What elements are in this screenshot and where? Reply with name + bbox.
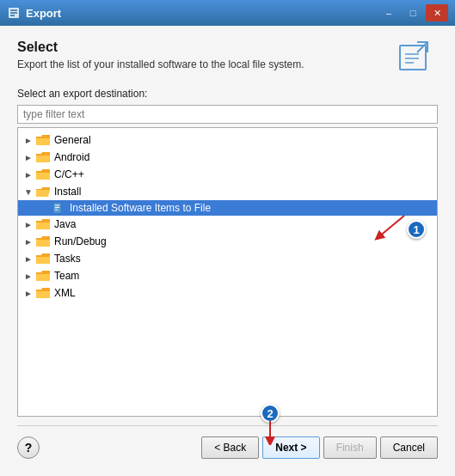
button-right: < Back Next > Finish Cancel [201, 436, 438, 459]
tree-item-label: Tasks [54, 253, 81, 265]
close-button[interactable]: ✕ [426, 4, 448, 21]
destination-label: Select an export destination: [17, 88, 438, 100]
tree-item-label: Android [54, 151, 89, 163]
tree-item-label: Team [54, 270, 79, 282]
cancel-button[interactable]: Cancel [380, 436, 438, 459]
list-item[interactable]: ► Android [18, 149, 437, 166]
maximize-button[interactable]: □ [402, 4, 424, 21]
folder-icon-open [35, 186, 51, 198]
folder-icon [35, 253, 51, 265]
expand-icon[interactable]: ► [22, 133, 35, 147]
tree-item-label: XML [54, 287, 76, 299]
annotation-1: 1 [407, 220, 426, 239]
back-button[interactable]: < Back [201, 436, 259, 459]
titlebar-controls: – □ ✕ [378, 4, 448, 21]
tree-container: ► General ► Android [17, 127, 438, 417]
folder-icon [35, 151, 51, 163]
tree-item-label: Installed Software Items to File [70, 202, 211, 214]
folder-icon [35, 287, 51, 299]
tree-item-label: Install [54, 186, 81, 198]
button-row: ? < Back Next > Finish Cancel [17, 426, 438, 462]
tree-item-label: C/C++ [54, 168, 84, 180]
list-item[interactable]: ► Tasks [18, 250, 437, 267]
folder-icon [35, 235, 51, 247]
list-item[interactable]: ► XML [18, 284, 437, 302]
minimize-button[interactable]: – [378, 4, 400, 21]
expand-icon[interactable]: ► [22, 252, 35, 265]
button-left: ? [17, 436, 40, 459]
window-title: Export [26, 7, 61, 20]
header-row: Select Export the list of your installed… [17, 40, 438, 76]
expand-icon[interactable]: ► [22, 235, 35, 248]
titlebar-left: Export [7, 6, 61, 20]
annotation-circle-1: 1 [407, 220, 426, 239]
svg-rect-4 [400, 46, 426, 70]
folder-icon [35, 168, 51, 180]
folder-icon [35, 134, 51, 146]
expand-icon[interactable]: ▼ [22, 185, 35, 198]
titlebar: Export – □ ✕ [0, 0, 455, 26]
section-desc: Export the list of your installed softwa… [17, 58, 304, 70]
file-icon [52, 202, 66, 214]
expand-icon[interactable]: ► [22, 286, 35, 300]
expand-icon[interactable]: ► [22, 150, 35, 164]
filter-input[interactable] [17, 105, 438, 124]
expand-icon[interactable]: ► [22, 269, 35, 283]
expand-icon[interactable]: ► [22, 217, 35, 231]
section-header: Select Export the list of your installed… [17, 40, 304, 70]
finish-button[interactable]: Finish [323, 436, 377, 459]
help-button[interactable]: ? [17, 436, 40, 459]
svg-line-14 [378, 216, 404, 237]
folder-icon [35, 270, 51, 282]
folder-icon [35, 218, 51, 230]
list-item[interactable]: ► Team [18, 267, 437, 284]
section-title: Select [17, 40, 304, 55]
tree-item-label: General [54, 134, 91, 146]
titlebar-app-icon [7, 6, 21, 20]
list-item[interactable]: ► C/C++ [18, 166, 437, 183]
button-area: 2 ? < Back Next > Finish Cancel [17, 426, 438, 462]
list-item[interactable]: ► General [18, 131, 437, 149]
tree-item-label: Java [54, 218, 76, 230]
dialog-body: Select Export the list of your installed… [0, 26, 455, 476]
export-icon [397, 40, 438, 74]
list-item[interactable]: ▼ Install [18, 183, 437, 200]
annotation-2: 2 [257, 404, 283, 445]
expand-icon[interactable]: ► [22, 168, 35, 181]
tree-item-label: Run/Debug [54, 235, 107, 247]
